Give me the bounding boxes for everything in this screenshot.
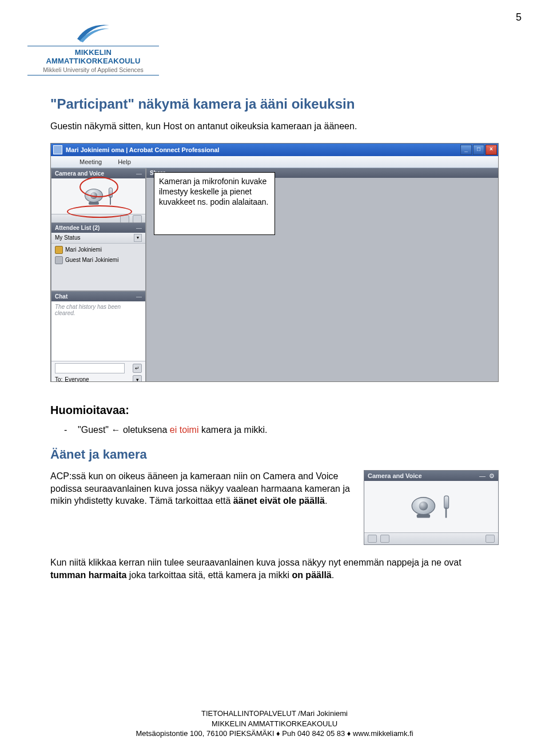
intro-paragraph: Guestin näkymä sitten, kun Host on antan… [50,120,499,133]
logo-text-sub: Mikkeli University of Applied Sciences [27,66,159,73]
subheading-huomioitavaa: Huomioitavaa: [50,404,499,417]
bullet-item: - "Guest" ← oletuksena ei toimi kamera j… [64,424,499,436]
paragraph-acp: ACP:ssä kun on oikeus ääneen ja kameraan… [50,470,357,507]
chat-send-button[interactable]: ↵ [133,364,142,373]
page-footer: TIETOHALLINTOPALVELUT /Mari Jokiniemi MI… [0,709,549,739]
heading-2: Äänet ja kamera [50,447,499,462]
app-icon [53,145,62,154]
to-dropdown-icon[interactable]: ▾ [133,375,142,382]
attendee-row[interactable]: Guest Mari Jokiniemi [51,255,145,265]
to-label: To: [55,376,62,382]
heading-1: "Participant" näkymä kamera ja ääni oike… [50,96,499,112]
institution-logo: MIKKELIN AMMATTIKORKEAKOULU Mikkeli Univ… [27,22,159,75]
my-status-label: My Status [55,233,80,243]
footer-mic-icon[interactable] [133,215,142,223]
pod-minimize-icon[interactable]: — [136,292,142,301]
page-content: "Participant" näkymä kamera ja ääni oike… [50,91,499,591]
highlight-oval-camera [79,177,118,197]
chat-pod: Chat — The chat history has been cleared… [51,291,146,382]
chat-input-field[interactable] [55,363,125,373]
thumb-minimize-icon: — ⚙ [479,472,495,480]
microphone-icon [444,496,448,518]
footer-line: TIETOHALLINTOPALVELUT /Mari Jokiniemi [0,709,549,719]
menubar: Meeting Help [51,156,498,168]
pod-minimize-icon[interactable]: — [136,223,142,233]
attendee-row[interactable]: Mari Jokiniemi [51,245,145,255]
window-titlebar: Mari Jokiniemi oma | Acrobat Connect Pro… [51,144,498,156]
chat-pod-title: Chat [55,292,67,301]
callout-annotation: Kameran ja mikrofonin kuvake ilmestyy ke… [154,172,275,235]
attendee-name: Mari Jokiniemi [65,246,102,253]
logo-text-main: MIKKELIN AMMATTIKORKEAKOULU [27,48,159,65]
footer-camera-icon [368,535,377,543]
menu-help[interactable]: Help [118,158,131,165]
status-dropdown-icon[interactable]: ▾ [134,234,142,242]
footer-line: Metsäopistontie 100, 76100 PIEKSÄMÄKI ♦ … [0,729,549,739]
camvoice-thumbnail: Camera and Voice — ⚙ [364,470,499,545]
thumb-title: Camera and Voice [368,472,422,479]
attendee-list-pod: Attendee List (2) — My Status ▾ Mari Jok… [51,222,146,291]
footer-extra-icon [486,535,495,543]
window-title: Mari Jokiniemi oma | Acrobat Connect Pro… [66,146,220,153]
maximize-button[interactable]: □ [473,145,484,155]
to-target[interactable]: Everyone [65,376,89,382]
guest-icon [55,256,63,264]
host-icon [55,246,63,254]
attendee-name: Guest Mari Jokiniemi [65,257,118,263]
chat-history: The chat history has been cleared. [51,301,145,361]
minimize-button[interactable]: _ [460,145,472,155]
footer-mic-icon [380,535,389,543]
camera-icon [412,497,439,516]
menu-meeting[interactable]: Meeting [79,158,102,165]
footer-line: MIKKELIN AMMATTIKORKEAKOULU [0,719,549,729]
page-number: 5 [516,11,522,23]
app-screenshot: Mari Jokiniemi oma | Acrobat Connect Pro… [50,143,499,382]
paragraph-click: Kun niitä klikkaa kerran niin tulee seur… [50,556,499,581]
close-button[interactable]: × [486,145,497,155]
attendee-pod-title: Attendee List (2) [55,223,100,233]
pod-minimize-icon[interactable]: — [136,169,142,178]
highlight-oval-footer [67,205,132,218]
